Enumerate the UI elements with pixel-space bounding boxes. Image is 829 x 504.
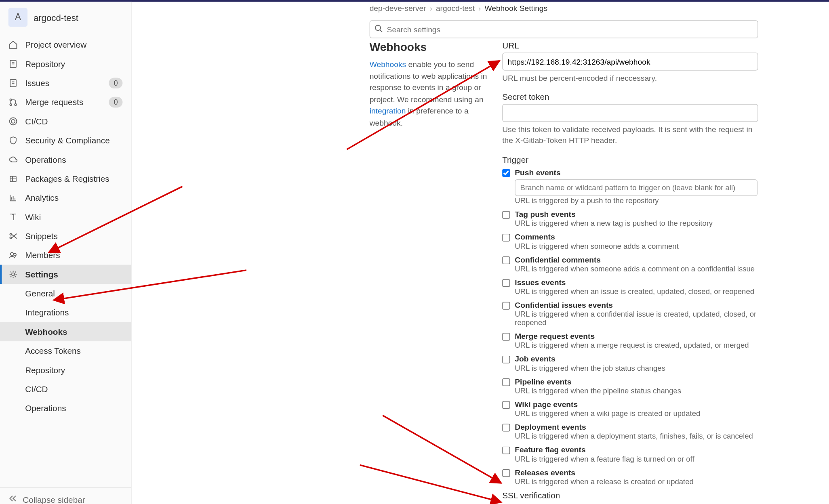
issues-icon xyxy=(8,78,18,88)
trigger-desc: URL is triggered when a release is creat… xyxy=(515,477,758,486)
merge-icon xyxy=(8,97,18,107)
sidebar-item-packages-registries[interactable]: Packages & Registries xyxy=(0,169,131,188)
secret-input[interactable] xyxy=(502,104,758,122)
trigger-comments: CommentsURL is triggered when someone ad… xyxy=(502,232,758,250)
sub-item-webhooks[interactable]: Webhooks xyxy=(0,322,131,341)
nav-label: Operations xyxy=(25,155,122,164)
trigger-checkbox[interactable] xyxy=(502,401,510,408)
trigger-checkbox[interactable] xyxy=(502,279,510,287)
breadcrumb-item[interactable]: dep-deve-server xyxy=(370,4,426,13)
secret-label: Secret token xyxy=(502,92,758,102)
breadcrumb-sep: › xyxy=(430,4,432,13)
ssl-heading: SSL verification xyxy=(502,490,758,500)
svg-point-7 xyxy=(10,233,11,235)
sidebar-item-repository[interactable]: Repository xyxy=(0,55,131,74)
sidebar-item-settings[interactable]: Settings xyxy=(0,265,131,284)
svg-line-17 xyxy=(360,465,501,502)
sub-item-integrations[interactable]: Integrations xyxy=(0,303,131,322)
sidebar-item-snippets[interactable]: Snippets xyxy=(0,227,131,246)
webhooks-link[interactable]: Webhooks xyxy=(370,60,406,69)
trigger-desc: URL is triggered when the pipeline statu… xyxy=(515,386,758,395)
url-input[interactable] xyxy=(502,52,758,70)
trigger-label: Tag push events xyxy=(515,210,575,218)
push-label: Push events xyxy=(515,168,560,176)
svg-line-16 xyxy=(383,416,501,483)
trigger-desc: URL is triggered when a feature flag is … xyxy=(515,455,758,463)
secret-help: Use this token to validate received payl… xyxy=(502,124,758,146)
trigger-checkbox[interactable] xyxy=(502,333,510,340)
push-checkbox[interactable] xyxy=(502,169,510,176)
nav-badge: 0 xyxy=(109,78,123,88)
trigger-desc: URL is triggered when a new tag is pushe… xyxy=(515,219,758,228)
trigger-job-events: Job eventsURL is triggered when the job … xyxy=(502,354,758,372)
sidebar-item-ci-cd[interactable]: CI/CD xyxy=(0,112,131,131)
breadcrumb-item[interactable]: argocd-test xyxy=(436,4,475,13)
nav-label: Security & Compliance xyxy=(25,136,122,145)
project-header[interactable]: A argocd-test xyxy=(0,2,131,33)
trigger-pipeline-events: Pipeline eventsURL is triggered when the… xyxy=(502,377,758,395)
svg-point-11 xyxy=(12,273,15,276)
trigger-checkbox[interactable] xyxy=(502,355,510,363)
svg-point-12 xyxy=(375,25,381,31)
sidebar-item-security-compliance[interactable]: Security & Compliance xyxy=(0,131,131,150)
sub-item-general[interactable]: General xyxy=(0,284,131,303)
trigger-tag-push-events: Tag push eventsURL is triggered when a n… xyxy=(502,210,758,227)
section-desc: Webhooks enable you to send notification… xyxy=(370,59,492,128)
svg-point-3 xyxy=(10,104,11,105)
search-settings xyxy=(370,20,758,38)
sidebar-item-wiki[interactable]: Wiki xyxy=(0,208,131,227)
sub-item-ci-cd[interactable]: CI/CD xyxy=(0,380,131,399)
trigger-label: Job events xyxy=(515,354,555,363)
gear-icon xyxy=(8,269,18,279)
trigger-merge-request-events: Merge request eventsURL is triggered whe… xyxy=(502,332,758,349)
sidebar-item-merge-requests[interactable]: Merge requests0 xyxy=(0,92,131,111)
repo-icon xyxy=(8,59,18,69)
trigger-checkbox[interactable] xyxy=(502,424,510,431)
trigger-checkbox[interactable] xyxy=(502,211,510,218)
trigger-desc: URL is triggered when an issue is create… xyxy=(515,287,758,296)
trigger-wiki-page-events: Wiki page eventsURL is triggered when a … xyxy=(502,399,758,417)
collapse-label: Collapse sidebar xyxy=(23,495,85,504)
trigger-checkbox[interactable] xyxy=(502,446,510,454)
webhooks-description: Webhooks Webhooks enable you to send not… xyxy=(370,41,492,129)
trigger-checkbox[interactable] xyxy=(502,233,510,241)
trigger-desc: URL is triggered when a wiki page is cre… xyxy=(515,409,758,418)
svg-rect-6 xyxy=(10,176,16,182)
trigger-desc: URL is triggered when a deployment start… xyxy=(515,432,758,440)
nav-label: Repository xyxy=(25,59,122,69)
trigger-checkbox[interactable] xyxy=(502,469,510,477)
integration-link[interactable]: integration xyxy=(370,106,406,115)
sidebar-item-project-overview[interactable]: Project overview xyxy=(0,35,131,54)
breadcrumb-item[interactable]: Webhook Settings xyxy=(484,4,547,13)
trigger-checkbox[interactable] xyxy=(502,302,510,309)
trigger-confidential-comments: Confidential commentsURL is triggered wh… xyxy=(502,255,758,273)
push-branch-input[interactable] xyxy=(515,179,757,195)
nav-label: Packages & Registries xyxy=(25,174,122,184)
trigger-label: Confidential issues events xyxy=(515,300,613,309)
sidebar-item-analytics[interactable]: Analytics xyxy=(0,188,131,207)
sidebar-item-operations[interactable]: Operations xyxy=(0,150,131,169)
svg-rect-1 xyxy=(10,80,16,87)
sub-item-access-tokens[interactable]: Access Tokens xyxy=(0,341,131,360)
search-icon xyxy=(374,24,383,34)
sidebar-item-issues[interactable]: Issues0 xyxy=(0,74,131,92)
search-input[interactable] xyxy=(370,20,758,38)
breadcrumb: dep-deve-server › argocd-test › Webhook … xyxy=(370,4,548,13)
sidebar-item-members[interactable]: Members xyxy=(0,246,131,265)
sub-item-operations[interactable]: Operations xyxy=(0,399,131,418)
nav-label: Merge requests xyxy=(25,97,102,107)
sidebar-nav: Project overviewRepositoryIssues0Merge r… xyxy=(0,33,131,487)
sub-item-repository[interactable]: Repository xyxy=(0,360,131,379)
project-name: argocd-test xyxy=(34,12,78,22)
svg-point-4 xyxy=(15,104,16,105)
trigger-checkbox[interactable] xyxy=(502,378,510,386)
chart-icon xyxy=(8,193,18,203)
shield-icon xyxy=(8,136,18,145)
trigger-label: Feature flag events xyxy=(515,445,585,454)
nav-label: Members xyxy=(25,250,122,260)
svg-point-2 xyxy=(10,99,11,101)
trigger-checkbox[interactable] xyxy=(502,256,510,264)
collapse-sidebar[interactable]: Collapse sidebar xyxy=(0,487,131,504)
trigger-desc: URL is triggered when a confidential iss… xyxy=(515,310,758,326)
trigger-desc: URL is triggered when someone adds a com… xyxy=(515,265,758,273)
